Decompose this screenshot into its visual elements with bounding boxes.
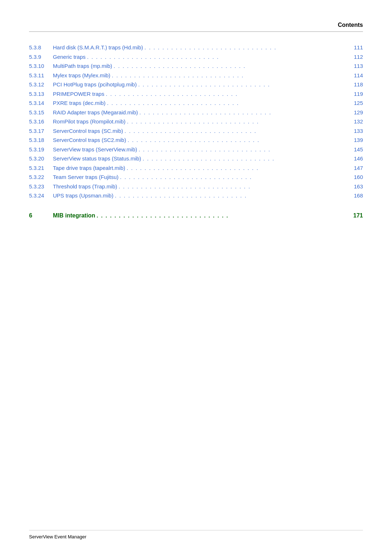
toc-section-dots: . . . . . . . . . . . . . . . . . . . . … <box>97 211 352 220</box>
toc-row[interactable]: 5.3.18ServerControl traps (SC2.mib) . . … <box>29 135 363 145</box>
toc-number: 5.3.11 <box>29 71 53 80</box>
toc-section-entry-cell[interactable]: MIB integration . . . . . . . . . . . . … <box>53 211 363 220</box>
toc-dots: . . . . . . . . . . . . . . . . . . . . … <box>127 117 352 126</box>
toc-entry-cell[interactable]: ServerControl traps (SC.mib) . . . . . .… <box>53 126 363 136</box>
toc-row[interactable]: 5.3.23Threshold traps (Trap.mib) . . . .… <box>29 182 363 191</box>
toc-row[interactable]: 5.3.24UPS traps (Upsman.mib) . . . . . .… <box>29 191 363 200</box>
toc-row[interactable]: 5.3.10MultiPath traps (mp.mib) . . . . .… <box>29 61 363 71</box>
toc-section-row[interactable]: 6MIB integration . . . . . . . . . . . .… <box>29 211 363 220</box>
toc-row[interactable]: 5.3.15RAID Adapter traps (Megaraid.mib) … <box>29 108 363 117</box>
toc-label: ServerControl traps (SC.mib) <box>53 126 123 136</box>
toc-label: Hard disk (S.M.A.R.T.) traps (Hd.mib) <box>53 43 143 52</box>
toc-page-number: 139 <box>354 135 363 145</box>
toc-entry-cell[interactable]: Mylex traps (Mylex.mib) . . . . . . . . … <box>53 71 363 80</box>
toc-label: PXRE traps (dec.mib) <box>53 98 106 108</box>
toc-dots: . . . . . . . . . . . . . . . . . . . . … <box>139 145 352 154</box>
toc-dots: . . . . . . . . . . . . . . . . . . . . … <box>127 135 352 145</box>
page-footer: ServerView Event Manager <box>29 530 363 539</box>
toc-row[interactable]: 5.3.12PCI HotPlug traps (pcihotplug.mib)… <box>29 80 363 89</box>
toc-entry-cell[interactable]: Threshold traps (Trap.mib) . . . . . . .… <box>53 182 363 191</box>
toc-number: 5.3.24 <box>29 191 53 200</box>
contents-title: Contents <box>338 22 363 28</box>
toc-number: 5.3.20 <box>29 154 53 163</box>
toc-dots: . . . . . . . . . . . . . . . . . . . . … <box>124 126 352 136</box>
toc-number: 5.3.18 <box>29 135 53 145</box>
toc-number: 5.3.17 <box>29 126 53 136</box>
toc-page-number: 114 <box>354 71 363 80</box>
toc-label: RomPilot traps (Rompilot.mib) <box>53 117 126 126</box>
toc-page-number: 147 <box>354 163 363 173</box>
toc-page-number: 129 <box>354 108 363 117</box>
toc-number: 5.3.10 <box>29 61 53 71</box>
toc-label: PRIMEPOWER traps <box>53 89 105 99</box>
toc-entry-cell[interactable]: Team Server traps (Fujitsu) . . . . . . … <box>53 172 363 182</box>
page: Contents 5.3.8Hard disk (S.M.A.R.T.) tra… <box>0 0 392 554</box>
toc-entry-cell[interactable]: ServerView traps (ServerView.mib) . . . … <box>53 145 363 154</box>
toc-dots: . . . . . . . . . . . . . . . . . . . . … <box>138 80 352 89</box>
toc-number: 5.3.12 <box>29 80 53 89</box>
toc-entry-cell[interactable]: ServerView status traps (Status.mib) . .… <box>53 154 363 163</box>
toc-entry-cell[interactable]: RAID Adapter traps (Megaraid.mib) . . . … <box>53 108 363 117</box>
toc-page-number: 168 <box>354 191 363 200</box>
toc-page-number: 113 <box>354 61 363 71</box>
toc-row[interactable]: 5.3.22Team Server traps (Fujitsu) . . . … <box>29 172 363 182</box>
toc-dots: . . . . . . . . . . . . . . . . . . . . … <box>127 163 352 173</box>
toc-page-number: 163 <box>354 182 363 191</box>
toc-dots: . . . . . . . . . . . . . . . . . . . . … <box>119 182 352 191</box>
toc-dots: . . . . . . . . . . . . . . . . . . . . … <box>144 43 352 52</box>
toc-row[interactable]: 5.3.16RomPilot traps (Rompilot.mib) . . … <box>29 117 363 126</box>
toc-entry-cell[interactable]: MultiPath traps (mp.mib) . . . . . . . .… <box>53 61 363 71</box>
toc-entry-cell[interactable]: ServerControl traps (SC2.mib) . . . . . … <box>53 135 363 145</box>
toc-number: 5.3.16 <box>29 117 53 126</box>
toc-page-number: 125 <box>354 98 363 108</box>
toc-number: 5.3.13 <box>29 89 53 99</box>
toc-dots: . . . . . . . . . . . . . . . . . . . . … <box>115 191 352 200</box>
toc-label: MultiPath traps (mp.mib) <box>53 61 112 71</box>
toc-dots: . . . . . . . . . . . . . . . . . . . . … <box>114 61 352 71</box>
toc-row[interactable]: 5.3.20ServerView status traps (Status.mi… <box>29 154 363 163</box>
toc-row[interactable]: 5.3.13PRIMEPOWER traps . . . . . . . . .… <box>29 89 363 99</box>
toc-dots: . . . . . . . . . . . . . . . . . . . . … <box>120 172 352 182</box>
toc-spacer <box>29 200 363 211</box>
toc-label: Team Server traps (Fujitsu) <box>53 172 119 182</box>
toc-row[interactable]: 5.3.17ServerControl traps (SC.mib) . . .… <box>29 126 363 136</box>
toc-row[interactable]: 5.3.19ServerView traps (ServerView.mib) … <box>29 145 363 154</box>
toc-entry-cell[interactable]: UPS traps (Upsman.mib) . . . . . . . . .… <box>53 191 363 200</box>
toc-row[interactable]: 5.3.21Tape drive traps (tapealrt.mib) . … <box>29 163 363 173</box>
toc-page-number: 118 <box>354 80 363 89</box>
toc-number: 5.3.21 <box>29 163 53 173</box>
toc-label: ServerControl traps (SC2.mib) <box>53 135 126 145</box>
toc-number: 5.3.9 <box>29 52 53 62</box>
toc-entry-cell[interactable]: PXRE traps (dec.mib) . . . . . . . . . .… <box>53 98 363 108</box>
toc-page-number: 133 <box>354 126 363 136</box>
toc-page-number: 112 <box>354 52 363 62</box>
toc-number: 5.3.14 <box>29 98 53 108</box>
toc-label: Mylex traps (Mylex.mib) <box>53 71 110 80</box>
toc-entry-cell[interactable]: PRIMEPOWER traps . . . . . . . . . . . .… <box>53 89 363 99</box>
toc-page-number: 132 <box>354 117 363 126</box>
toc-label: Tape drive traps (tapealrt.mib) <box>53 163 125 173</box>
toc-number: 5.3.15 <box>29 108 53 117</box>
toc-entry-cell[interactable]: Hard disk (S.M.A.R.T.) traps (Hd.mib) . … <box>53 43 363 52</box>
toc-row[interactable]: 5.3.11Mylex traps (Mylex.mib) . . . . . … <box>29 71 363 80</box>
toc-entry-cell[interactable]: Tape drive traps (tapealrt.mib) . . . . … <box>53 163 363 173</box>
toc-row[interactable]: 5.3.9Generic traps . . . . . . . . . . .… <box>29 52 363 62</box>
toc-number: 5.3.8 <box>29 43 53 52</box>
toc-dots: . . . . . . . . . . . . . . . . . . . . … <box>143 154 352 163</box>
toc-entry-cell[interactable]: Generic traps . . . . . . . . . . . . . … <box>53 52 363 62</box>
toc-dots: . . . . . . . . . . . . . . . . . . . . … <box>139 108 352 117</box>
toc-row[interactable]: 5.3.14PXRE traps (dec.mib) . . . . . . .… <box>29 98 363 108</box>
toc-label: UPS traps (Upsman.mib) <box>53 191 114 200</box>
toc-entry-cell[interactable]: PCI HotPlug traps (pcihotplug.mib) . . .… <box>53 80 363 89</box>
toc-section-page-number: 171 <box>353 211 363 220</box>
toc-entry-cell[interactable]: RomPilot traps (Rompilot.mib) . . . . . … <box>53 117 363 126</box>
toc-label: RAID Adapter traps (Megaraid.mib) <box>53 108 138 117</box>
toc-number: 5.3.23 <box>29 182 53 191</box>
toc-dots: . . . . . . . . . . . . . . . . . . . . … <box>112 71 352 80</box>
toc-row[interactable]: 5.3.8Hard disk (S.M.A.R.T.) traps (Hd.mi… <box>29 43 363 52</box>
toc-table: 5.3.8Hard disk (S.M.A.R.T.) traps (Hd.mi… <box>29 43 363 220</box>
toc-page-number: 160 <box>354 172 363 182</box>
toc-dots: . . . . . . . . . . . . . . . . . . . . … <box>87 52 352 62</box>
toc-page-number: 145 <box>354 145 363 154</box>
toc-number: 5.3.19 <box>29 145 53 154</box>
